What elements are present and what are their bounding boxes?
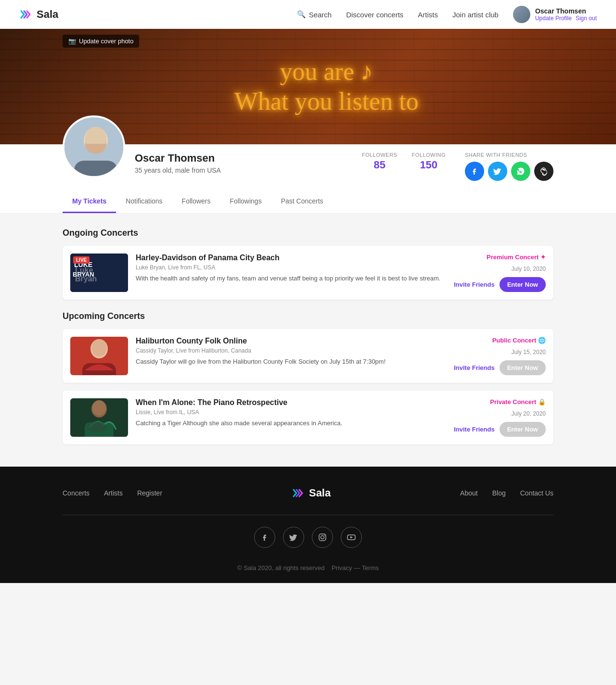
facebook-icon [260,533,269,542]
footer-about-link[interactable]: About [460,489,478,497]
concert-buttons: Invite Friends Enter Now [454,277,546,292]
share-facebook-button[interactable] [465,162,484,181]
update-profile-link[interactable]: Update Profile [535,15,572,22]
neon-line2: What you listen to [234,87,419,116]
concert-type-badge: Premium Concert ✦ [487,254,546,261]
privacy-link[interactable]: Privacy [332,564,352,571]
join-club-nav-item[interactable]: Join artist club [452,11,499,19]
youtube-social-button[interactable] [341,527,362,548]
table-row: Haliburton County Folk Online Cassidy Ta… [63,329,553,383]
footer-logo-text: Sala [309,487,331,499]
followers-stat: FOLLOWERS 85 [362,152,398,171]
invite-friends-button[interactable]: Invite Friends [454,426,495,433]
tab-my-tickets[interactable]: My Tickets [63,190,116,213]
logo[interactable]: Sala [19,7,58,22]
terms-link[interactable]: Terms [362,564,379,571]
following-count: 150 [411,159,446,171]
table-row: When I'm Alone: The Piano Retrospective … [63,391,553,444]
footer: Concerts Artists Register Sala About Blo… [0,467,616,583]
stats-area: FOLLOWERS 85 FOLLOWING 150 [362,144,446,171]
footer-concerts-link[interactable]: Concerts [63,489,90,497]
update-cover-label: Update cover photo [79,38,133,45]
join-club-label: Join artist club [452,11,499,19]
share-twitter-button[interactable] [488,162,507,181]
svg-point-21 [321,536,324,539]
artists-nav-item[interactable]: Artists [418,11,438,19]
footer-copyright: © Sala 2020, all rights reserved Privacy… [0,559,616,583]
concert-type-badge: Private Concert 🔒 [490,398,546,406]
concert-thumbnail-haliburton [70,337,128,375]
enter-now-button[interactable]: Enter Now [500,422,546,437]
invite-friends-button[interactable]: Invite Friends [454,281,495,288]
footer-top: Concerts Artists Register Sala About Blo… [0,467,616,515]
concert-info: When I'm Alone: The Piano Retrospective … [136,398,446,437]
user-area: Oscar Thomsen Update Profile Sign out [513,6,597,23]
svg-point-19 [87,421,106,433]
footer-blog-link[interactable]: Blog [492,489,506,497]
share-link-button[interactable] [534,162,553,181]
tab-followers[interactable]: Followers [172,190,220,213]
profile-info: Oscar Thomsen 35 years old, male from US… [135,144,343,174]
camera-icon: 📷 [68,38,76,45]
concert-thumbnail-lissie [70,398,128,437]
footer-artists-link[interactable]: Artists [104,489,123,497]
svg-point-18 [92,400,106,416]
upcoming-section-title: Upcoming Concerts [63,311,553,321]
tab-past-concerts[interactable]: Past Concerts [271,190,333,213]
haliburton-thumbnail [70,337,128,375]
profile-avatar [63,115,125,178]
content-area: Ongoing Concerts Luke Bryan LUKE BRYAN [0,214,616,467]
footer-register-link[interactable]: Register [137,489,162,497]
sign-out-link[interactable]: Sign out [576,15,597,22]
share-label: SHARE WITH FRIENDS [465,152,553,158]
concert-info: Harley-Davidson of Panama City Beach Luk… [136,254,446,292]
instagram-social-button[interactable] [312,527,333,548]
concert-info: Haliburton County Folk Online Cassidy Ta… [136,337,446,375]
svg-point-22 [324,535,325,536]
main-nav: 🔍 Search Discover concerts Artists Join … [297,10,499,19]
facebook-social-button[interactable] [254,527,275,548]
ongoing-section: Ongoing Concerts Luke Bryan LUKE BRYAN [63,228,553,300]
tab-notifications[interactable]: Notifications [116,190,172,213]
live-badge: LIVE [73,256,90,264]
profile-avatar-wrapper [63,115,125,178]
facebook-icon [470,167,479,176]
followers-count: 85 [362,159,398,171]
footer-nav-right: About Blog Contact Us [460,489,553,497]
user-info: Oscar Thomsen Update Profile Sign out [535,7,597,22]
cover-area: you are ♪ What you listen to 📷 Update co… [0,29,616,190]
twitter-icon [493,167,502,176]
logo-text: Sala [37,8,58,21]
profile-section: Oscar Thomsen 35 years old, male from US… [0,144,616,190]
share-whatsapp-button[interactable] [511,162,530,181]
concert-subtitle: Luke Bryan, Live from FL, USA [136,264,446,271]
share-area: SHARE WITH FRIENDS [465,144,553,181]
update-cover-photo-button[interactable]: 📷 Update cover photo [63,35,139,48]
twitter-icon [289,533,298,542]
discover-concerts-nav-item[interactable]: Discover concerts [346,11,403,19]
svg-rect-3 [74,161,117,178]
following-stat: FOLLOWING 150 [411,152,446,171]
svg-marker-24 [350,536,353,539]
table-row: Luke Bryan LUKE BRYAN LIVE Harley-Davids… [63,246,553,300]
profile-meta: 35 years old, male from USA [135,166,343,174]
profile-name: Oscar Thomsen [135,152,343,165]
main-content: you are ♪ What you listen to 📷 Update co… [0,29,616,467]
concert-type-badge: Public Concert 🌐 [492,337,546,344]
concert-actions: Public Concert 🌐 July 15, 2020 Invite Fr… [454,337,546,375]
enter-now-button[interactable]: Enter Now [500,277,546,292]
footer-contact-link[interactable]: Contact Us [520,489,553,497]
footer-logo[interactable]: Sala [292,486,331,500]
enter-now-button[interactable]: Enter Now [500,360,546,375]
artists-label: Artists [418,11,438,19]
discover-label: Discover concerts [346,11,403,19]
tabs-container: My Tickets Notifications Followers Follo… [0,190,616,214]
concert-title: Haliburton County Folk Online [136,337,446,345]
tab-followings[interactable]: Followings [220,190,271,213]
svg-text:BRYAN: BRYAN [73,271,94,278]
search-nav-item[interactable]: 🔍 Search [297,10,332,19]
logo-icon [19,7,34,22]
ongoing-section-title: Ongoing Concerts [63,228,553,238]
invite-friends-button[interactable]: Invite Friends [454,364,495,371]
twitter-social-button[interactable] [283,527,304,548]
